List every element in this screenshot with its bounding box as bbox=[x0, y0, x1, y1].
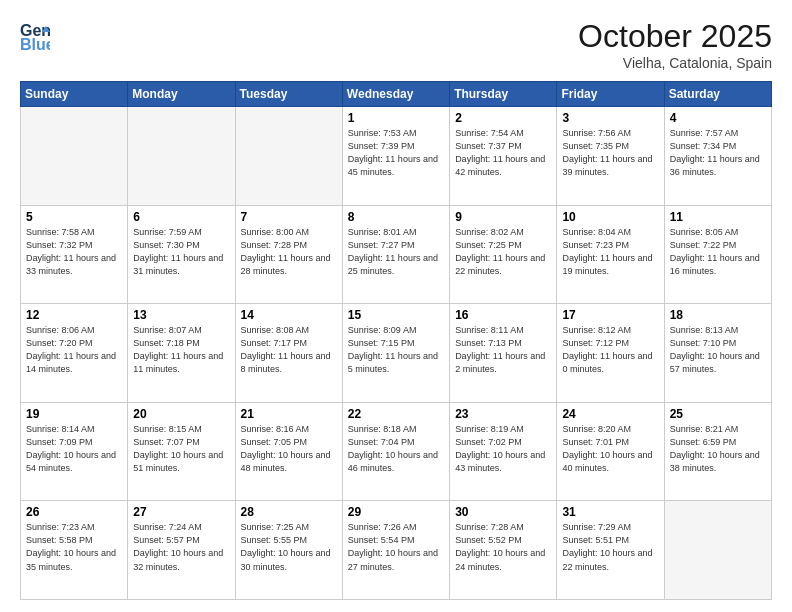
day-number: 7 bbox=[241, 210, 337, 224]
calendar-cell: 15Sunrise: 8:09 AM Sunset: 7:15 PM Dayli… bbox=[342, 304, 449, 403]
days-header-row: Sunday Monday Tuesday Wednesday Thursday… bbox=[21, 82, 772, 107]
title-block: October 2025 Vielha, Catalonia, Spain bbox=[578, 18, 772, 71]
day-number: 1 bbox=[348, 111, 444, 125]
day-number: 29 bbox=[348, 505, 444, 519]
month-title: October 2025 bbox=[578, 18, 772, 55]
day-number: 10 bbox=[562, 210, 658, 224]
day-info: Sunrise: 8:21 AM Sunset: 6:59 PM Dayligh… bbox=[670, 423, 766, 475]
header-tuesday: Tuesday bbox=[235, 82, 342, 107]
logo-icon: General Blue bbox=[20, 18, 50, 54]
day-info: Sunrise: 7:59 AM Sunset: 7:30 PM Dayligh… bbox=[133, 226, 229, 278]
day-number: 21 bbox=[241, 407, 337, 421]
day-info: Sunrise: 8:09 AM Sunset: 7:15 PM Dayligh… bbox=[348, 324, 444, 376]
calendar-week-1: 1Sunrise: 7:53 AM Sunset: 7:39 PM Daylig… bbox=[21, 107, 772, 206]
day-info: Sunrise: 8:04 AM Sunset: 7:23 PM Dayligh… bbox=[562, 226, 658, 278]
day-number: 12 bbox=[26, 308, 122, 322]
day-number: 9 bbox=[455, 210, 551, 224]
calendar-cell: 25Sunrise: 8:21 AM Sunset: 6:59 PM Dayli… bbox=[664, 402, 771, 501]
day-info: Sunrise: 8:12 AM Sunset: 7:12 PM Dayligh… bbox=[562, 324, 658, 376]
day-info: Sunrise: 7:28 AM Sunset: 5:52 PM Dayligh… bbox=[455, 521, 551, 573]
header-saturday: Saturday bbox=[664, 82, 771, 107]
day-info: Sunrise: 8:11 AM Sunset: 7:13 PM Dayligh… bbox=[455, 324, 551, 376]
day-number: 26 bbox=[26, 505, 122, 519]
calendar-cell: 29Sunrise: 7:26 AM Sunset: 5:54 PM Dayli… bbox=[342, 501, 449, 600]
calendar-week-4: 19Sunrise: 8:14 AM Sunset: 7:09 PM Dayli… bbox=[21, 402, 772, 501]
calendar-cell: 4Sunrise: 7:57 AM Sunset: 7:34 PM Daylig… bbox=[664, 107, 771, 206]
day-info: Sunrise: 7:56 AM Sunset: 7:35 PM Dayligh… bbox=[562, 127, 658, 179]
day-number: 13 bbox=[133, 308, 229, 322]
day-info: Sunrise: 8:05 AM Sunset: 7:22 PM Dayligh… bbox=[670, 226, 766, 278]
day-number: 17 bbox=[562, 308, 658, 322]
day-number: 3 bbox=[562, 111, 658, 125]
day-number: 19 bbox=[26, 407, 122, 421]
calendar-cell bbox=[664, 501, 771, 600]
day-info: Sunrise: 8:16 AM Sunset: 7:05 PM Dayligh… bbox=[241, 423, 337, 475]
day-info: Sunrise: 8:20 AM Sunset: 7:01 PM Dayligh… bbox=[562, 423, 658, 475]
day-number: 5 bbox=[26, 210, 122, 224]
calendar-cell: 13Sunrise: 8:07 AM Sunset: 7:18 PM Dayli… bbox=[128, 304, 235, 403]
day-info: Sunrise: 7:57 AM Sunset: 7:34 PM Dayligh… bbox=[670, 127, 766, 179]
calendar-cell: 27Sunrise: 7:24 AM Sunset: 5:57 PM Dayli… bbox=[128, 501, 235, 600]
calendar-cell: 7Sunrise: 8:00 AM Sunset: 7:28 PM Daylig… bbox=[235, 205, 342, 304]
calendar-cell: 14Sunrise: 8:08 AM Sunset: 7:17 PM Dayli… bbox=[235, 304, 342, 403]
calendar-week-2: 5Sunrise: 7:58 AM Sunset: 7:32 PM Daylig… bbox=[21, 205, 772, 304]
location: Vielha, Catalonia, Spain bbox=[578, 55, 772, 71]
calendar-cell: 20Sunrise: 8:15 AM Sunset: 7:07 PM Dayli… bbox=[128, 402, 235, 501]
day-number: 6 bbox=[133, 210, 229, 224]
calendar-cell: 10Sunrise: 8:04 AM Sunset: 7:23 PM Dayli… bbox=[557, 205, 664, 304]
day-info: Sunrise: 8:06 AM Sunset: 7:20 PM Dayligh… bbox=[26, 324, 122, 376]
day-info: Sunrise: 7:25 AM Sunset: 5:55 PM Dayligh… bbox=[241, 521, 337, 573]
day-info: Sunrise: 7:53 AM Sunset: 7:39 PM Dayligh… bbox=[348, 127, 444, 179]
calendar-cell: 9Sunrise: 8:02 AM Sunset: 7:25 PM Daylig… bbox=[450, 205, 557, 304]
day-info: Sunrise: 8:14 AM Sunset: 7:09 PM Dayligh… bbox=[26, 423, 122, 475]
calendar-cell bbox=[128, 107, 235, 206]
calendar-cell: 22Sunrise: 8:18 AM Sunset: 7:04 PM Dayli… bbox=[342, 402, 449, 501]
day-info: Sunrise: 8:13 AM Sunset: 7:10 PM Dayligh… bbox=[670, 324, 766, 376]
calendar-cell: 31Sunrise: 7:29 AM Sunset: 5:51 PM Dayli… bbox=[557, 501, 664, 600]
day-info: Sunrise: 7:26 AM Sunset: 5:54 PM Dayligh… bbox=[348, 521, 444, 573]
calendar-cell: 1Sunrise: 7:53 AM Sunset: 7:39 PM Daylig… bbox=[342, 107, 449, 206]
day-info: Sunrise: 8:18 AM Sunset: 7:04 PM Dayligh… bbox=[348, 423, 444, 475]
header-friday: Friday bbox=[557, 82, 664, 107]
day-number: 15 bbox=[348, 308, 444, 322]
day-info: Sunrise: 8:01 AM Sunset: 7:27 PM Dayligh… bbox=[348, 226, 444, 278]
day-info: Sunrise: 8:15 AM Sunset: 7:07 PM Dayligh… bbox=[133, 423, 229, 475]
calendar-week-5: 26Sunrise: 7:23 AM Sunset: 5:58 PM Dayli… bbox=[21, 501, 772, 600]
day-info: Sunrise: 7:58 AM Sunset: 7:32 PM Dayligh… bbox=[26, 226, 122, 278]
calendar-cell: 19Sunrise: 8:14 AM Sunset: 7:09 PM Dayli… bbox=[21, 402, 128, 501]
day-info: Sunrise: 8:19 AM Sunset: 7:02 PM Dayligh… bbox=[455, 423, 551, 475]
day-info: Sunrise: 7:54 AM Sunset: 7:37 PM Dayligh… bbox=[455, 127, 551, 179]
day-info: Sunrise: 8:08 AM Sunset: 7:17 PM Dayligh… bbox=[241, 324, 337, 376]
calendar-page: General Blue October 2025 Vielha, Catalo… bbox=[0, 0, 792, 612]
calendar-cell: 26Sunrise: 7:23 AM Sunset: 5:58 PM Dayli… bbox=[21, 501, 128, 600]
calendar-cell: 21Sunrise: 8:16 AM Sunset: 7:05 PM Dayli… bbox=[235, 402, 342, 501]
day-number: 4 bbox=[670, 111, 766, 125]
calendar-cell: 12Sunrise: 8:06 AM Sunset: 7:20 PM Dayli… bbox=[21, 304, 128, 403]
day-number: 11 bbox=[670, 210, 766, 224]
day-info: Sunrise: 7:29 AM Sunset: 5:51 PM Dayligh… bbox=[562, 521, 658, 573]
calendar-cell bbox=[21, 107, 128, 206]
header: General Blue October 2025 Vielha, Catalo… bbox=[20, 18, 772, 71]
calendar-cell: 23Sunrise: 8:19 AM Sunset: 7:02 PM Dayli… bbox=[450, 402, 557, 501]
calendar-table: Sunday Monday Tuesday Wednesday Thursday… bbox=[20, 81, 772, 600]
calendar-cell: 16Sunrise: 8:11 AM Sunset: 7:13 PM Dayli… bbox=[450, 304, 557, 403]
calendar-cell: 30Sunrise: 7:28 AM Sunset: 5:52 PM Dayli… bbox=[450, 501, 557, 600]
calendar-cell bbox=[235, 107, 342, 206]
day-number: 18 bbox=[670, 308, 766, 322]
day-info: Sunrise: 8:02 AM Sunset: 7:25 PM Dayligh… bbox=[455, 226, 551, 278]
calendar-cell: 2Sunrise: 7:54 AM Sunset: 7:37 PM Daylig… bbox=[450, 107, 557, 206]
day-number: 2 bbox=[455, 111, 551, 125]
calendar-cell: 18Sunrise: 8:13 AM Sunset: 7:10 PM Dayli… bbox=[664, 304, 771, 403]
calendar-cell: 8Sunrise: 8:01 AM Sunset: 7:27 PM Daylig… bbox=[342, 205, 449, 304]
day-number: 31 bbox=[562, 505, 658, 519]
day-info: Sunrise: 7:24 AM Sunset: 5:57 PM Dayligh… bbox=[133, 521, 229, 573]
day-info: Sunrise: 7:23 AM Sunset: 5:58 PM Dayligh… bbox=[26, 521, 122, 573]
day-number: 30 bbox=[455, 505, 551, 519]
day-number: 23 bbox=[455, 407, 551, 421]
calendar-cell: 5Sunrise: 7:58 AM Sunset: 7:32 PM Daylig… bbox=[21, 205, 128, 304]
header-wednesday: Wednesday bbox=[342, 82, 449, 107]
calendar-cell: 24Sunrise: 8:20 AM Sunset: 7:01 PM Dayli… bbox=[557, 402, 664, 501]
calendar-cell: 17Sunrise: 8:12 AM Sunset: 7:12 PM Dayli… bbox=[557, 304, 664, 403]
calendar-cell: 28Sunrise: 7:25 AM Sunset: 5:55 PM Dayli… bbox=[235, 501, 342, 600]
header-sunday: Sunday bbox=[21, 82, 128, 107]
